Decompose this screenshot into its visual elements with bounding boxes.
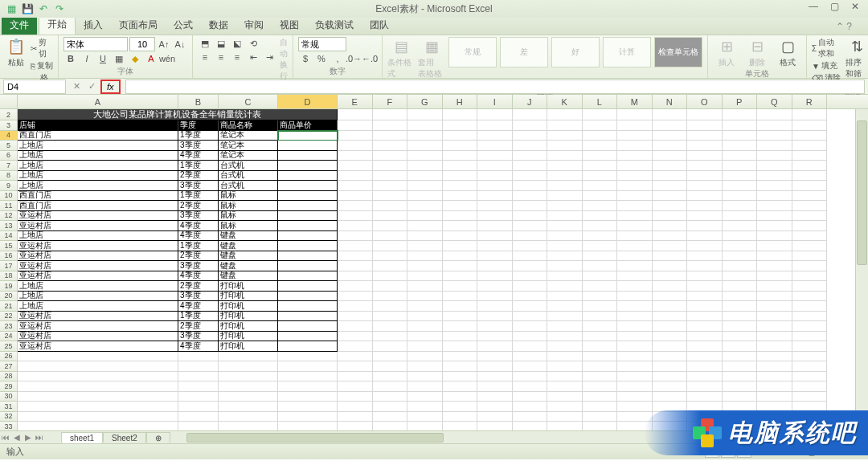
cell[interactable]	[723, 131, 758, 141]
cell[interactable]	[617, 292, 653, 302]
cell[interactable]	[513, 109, 548, 120]
row-header[interactable]: 16	[0, 251, 18, 262]
cell[interactable]	[338, 392, 373, 402]
cell[interactable]	[373, 412, 408, 422]
cell[interactable]	[653, 271, 688, 282]
cell[interactable]	[477, 181, 513, 191]
spreadsheet-grid[interactable]: ABCDEFGHIJKLMNOPQR 2大地公司某品牌计算机设备全年销量统计表3…	[0, 95, 868, 430]
tab-review[interactable]: 审阅	[236, 16, 272, 35]
cell[interactable]	[687, 381, 723, 392]
cell[interactable]	[547, 161, 583, 171]
cell[interactable]	[278, 422, 338, 430]
cell[interactable]	[792, 161, 828, 171]
cell[interactable]	[477, 321, 513, 332]
cell[interactable]	[338, 231, 373, 242]
row-header[interactable]: 31	[0, 402, 18, 412]
cell[interactable]	[178, 381, 219, 392]
cell[interactable]	[723, 372, 758, 382]
cell[interactable]	[407, 312, 443, 322]
cell[interactable]	[477, 161, 513, 171]
cell[interactable]: 2季度	[178, 171, 219, 182]
tab-insert[interactable]: 插入	[76, 16, 111, 35]
cell[interactable]	[547, 201, 583, 211]
cell[interactable]	[617, 251, 653, 262]
cell[interactable]	[583, 361, 618, 372]
cell[interactable]	[583, 131, 618, 141]
cell[interactable]	[373, 120, 408, 131]
cell[interactable]	[373, 422, 408, 430]
cell[interactable]	[373, 301, 408, 312]
new-sheet-button[interactable]: ⊕	[146, 432, 170, 443]
cell[interactable]	[373, 211, 408, 222]
cell[interactable]	[792, 361, 828, 372]
cell[interactable]: 亚运村店	[18, 321, 178, 332]
decrease-indent-icon[interactable]: ⇤	[246, 51, 260, 63]
cell[interactable]	[373, 281, 408, 292]
cell[interactable]	[617, 352, 653, 362]
cell[interactable]	[373, 352, 408, 362]
maximize-button[interactable]: ▢	[825, 0, 844, 13]
cell[interactable]	[653, 221, 688, 231]
cell[interactable]	[338, 341, 373, 352]
cell[interactable]	[723, 271, 758, 282]
cell[interactable]	[443, 271, 478, 282]
cell[interactable]	[477, 381, 513, 392]
cell[interactable]	[757, 141, 792, 151]
cell[interactable]: 西直门店	[18, 191, 178, 202]
cell[interactable]	[477, 241, 513, 251]
cell[interactable]: 3季度	[178, 332, 219, 342]
col-header-M[interactable]: M	[617, 95, 653, 108]
cell[interactable]	[407, 372, 443, 382]
cell[interactable]	[278, 211, 338, 222]
cell[interactable]	[583, 261, 618, 271]
col-header-G[interactable]: G	[407, 95, 443, 108]
row-header[interactable]: 14	[0, 231, 18, 242]
cell[interactable]	[583, 109, 618, 120]
row-header[interactable]: 30	[0, 392, 18, 402]
cell[interactable]	[338, 281, 373, 292]
currency-icon[interactable]: $	[298, 52, 313, 65]
cell[interactable]	[653, 201, 688, 211]
cell[interactable]	[687, 161, 723, 171]
cell[interactable]: 亚运村店	[18, 221, 178, 231]
increase-indent-icon[interactable]: ⇥	[262, 51, 276, 63]
enter-formula-icon[interactable]: ✓	[84, 80, 99, 94]
cell[interactable]	[547, 332, 583, 342]
font-size-select[interactable]	[129, 37, 155, 51]
cell[interactable]	[443, 352, 478, 362]
cell[interactable]	[687, 241, 723, 251]
cell[interactable]	[757, 381, 792, 392]
cell[interactable]	[219, 412, 278, 422]
cell[interactable]	[477, 412, 513, 422]
sheet-next-icon[interactable]: ▶	[23, 433, 34, 442]
cell[interactable]	[547, 141, 583, 151]
cell[interactable]	[443, 231, 478, 242]
cell[interactable]	[477, 120, 513, 131]
cell[interactable]	[338, 361, 373, 372]
cell[interactable]	[617, 392, 653, 402]
cell[interactable]	[338, 321, 373, 332]
cell[interactable]	[757, 292, 792, 302]
cell[interactable]	[278, 392, 338, 402]
cell[interactable]	[757, 191, 792, 202]
sheet-last-icon[interactable]: ⏭	[34, 433, 45, 442]
insert-cells-button[interactable]: ⊞插入	[713, 37, 740, 68]
cell[interactable]	[513, 422, 548, 430]
cell[interactable]	[757, 120, 792, 131]
cell[interactable]	[723, 392, 758, 402]
cell[interactable]	[583, 372, 618, 382]
cell[interactable]	[278, 402, 338, 412]
select-all-corner[interactable]	[0, 95, 18, 108]
cell[interactable]	[723, 241, 758, 251]
cell[interactable]	[407, 361, 443, 372]
cell[interactable]	[617, 361, 653, 372]
cell[interactable]	[653, 181, 688, 191]
cancel-formula-icon[interactable]: ✕	[69, 80, 84, 94]
comma-icon[interactable]: ,	[330, 52, 345, 65]
cell[interactable]	[513, 241, 548, 251]
cell[interactable]	[547, 312, 583, 322]
cell[interactable]	[407, 341, 443, 352]
cell[interactable]	[513, 292, 548, 302]
cell[interactable]	[477, 372, 513, 382]
col-header-H[interactable]: H	[443, 95, 478, 108]
